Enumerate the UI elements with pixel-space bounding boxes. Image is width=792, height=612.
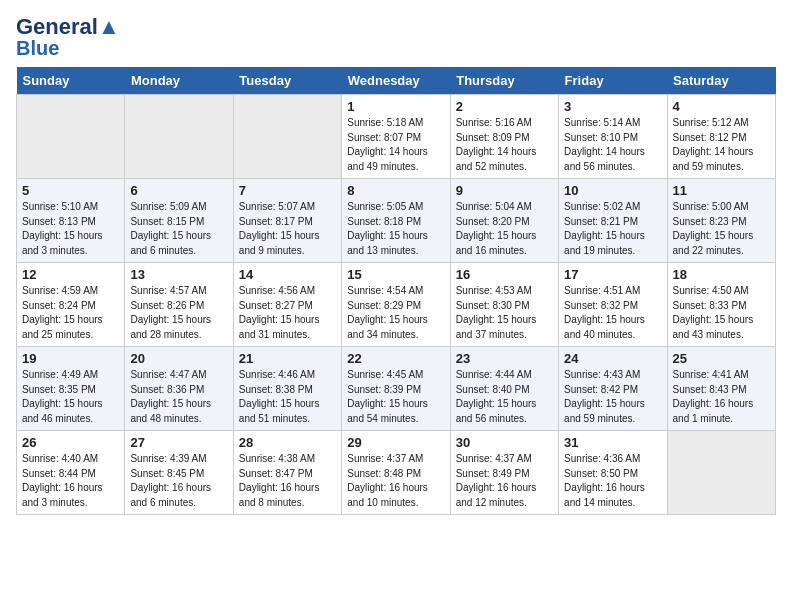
weekday-header-monday: Monday bbox=[125, 67, 233, 95]
calendar-cell: 4 Sunrise: 5:12 AMSunset: 8:12 PMDayligh… bbox=[667, 95, 775, 179]
day-number: 10 bbox=[564, 183, 661, 198]
day-info: Sunrise: 4:36 AMSunset: 8:50 PMDaylight:… bbox=[564, 452, 661, 510]
weekday-header-thursday: Thursday bbox=[450, 67, 558, 95]
day-number: 1 bbox=[347, 99, 444, 114]
day-info: Sunrise: 4:56 AMSunset: 8:27 PMDaylight:… bbox=[239, 284, 336, 342]
week-row-4: 19 Sunrise: 4:49 AMSunset: 8:35 PMDaylig… bbox=[17, 347, 776, 431]
day-info: Sunrise: 5:18 AMSunset: 8:07 PMDaylight:… bbox=[347, 116, 444, 174]
calendar-cell: 18 Sunrise: 4:50 AMSunset: 8:33 PMDaylig… bbox=[667, 263, 775, 347]
day-number: 25 bbox=[673, 351, 770, 366]
day-number: 13 bbox=[130, 267, 227, 282]
calendar-cell: 7 Sunrise: 5:07 AMSunset: 8:17 PMDayligh… bbox=[233, 179, 341, 263]
day-number: 24 bbox=[564, 351, 661, 366]
day-number: 9 bbox=[456, 183, 553, 198]
day-number: 11 bbox=[673, 183, 770, 198]
day-info: Sunrise: 4:45 AMSunset: 8:39 PMDaylight:… bbox=[347, 368, 444, 426]
day-info: Sunrise: 4:38 AMSunset: 8:47 PMDaylight:… bbox=[239, 452, 336, 510]
calendar-cell: 17 Sunrise: 4:51 AMSunset: 8:32 PMDaylig… bbox=[559, 263, 667, 347]
calendar-cell: 3 Sunrise: 5:14 AMSunset: 8:10 PMDayligh… bbox=[559, 95, 667, 179]
calendar-cell: 13 Sunrise: 4:57 AMSunset: 8:26 PMDaylig… bbox=[125, 263, 233, 347]
calendar-cell: 8 Sunrise: 5:05 AMSunset: 8:18 PMDayligh… bbox=[342, 179, 450, 263]
day-number: 20 bbox=[130, 351, 227, 366]
day-number: 29 bbox=[347, 435, 444, 450]
week-row-3: 12 Sunrise: 4:59 AMSunset: 8:24 PMDaylig… bbox=[17, 263, 776, 347]
calendar-cell: 24 Sunrise: 4:43 AMSunset: 8:42 PMDaylig… bbox=[559, 347, 667, 431]
calendar-cell: 15 Sunrise: 4:54 AMSunset: 8:29 PMDaylig… bbox=[342, 263, 450, 347]
calendar-cell: 10 Sunrise: 5:02 AMSunset: 8:21 PMDaylig… bbox=[559, 179, 667, 263]
calendar-table: SundayMondayTuesdayWednesdayThursdayFrid… bbox=[16, 67, 776, 515]
calendar-cell: 31 Sunrise: 4:36 AMSunset: 8:50 PMDaylig… bbox=[559, 431, 667, 515]
weekday-header-wednesday: Wednesday bbox=[342, 67, 450, 95]
weekday-header-sunday: Sunday bbox=[17, 67, 125, 95]
day-info: Sunrise: 5:04 AMSunset: 8:20 PMDaylight:… bbox=[456, 200, 553, 258]
day-info: Sunrise: 4:59 AMSunset: 8:24 PMDaylight:… bbox=[22, 284, 119, 342]
day-info: Sunrise: 5:14 AMSunset: 8:10 PMDaylight:… bbox=[564, 116, 661, 174]
day-info: Sunrise: 4:46 AMSunset: 8:38 PMDaylight:… bbox=[239, 368, 336, 426]
day-number: 2 bbox=[456, 99, 553, 114]
day-number: 5 bbox=[22, 183, 119, 198]
day-info: Sunrise: 4:37 AMSunset: 8:48 PMDaylight:… bbox=[347, 452, 444, 510]
calendar-cell: 29 Sunrise: 4:37 AMSunset: 8:48 PMDaylig… bbox=[342, 431, 450, 515]
day-info: Sunrise: 4:49 AMSunset: 8:35 PMDaylight:… bbox=[22, 368, 119, 426]
day-info: Sunrise: 5:05 AMSunset: 8:18 PMDaylight:… bbox=[347, 200, 444, 258]
day-info: Sunrise: 5:12 AMSunset: 8:12 PMDaylight:… bbox=[673, 116, 770, 174]
day-info: Sunrise: 4:43 AMSunset: 8:42 PMDaylight:… bbox=[564, 368, 661, 426]
day-number: 18 bbox=[673, 267, 770, 282]
day-info: Sunrise: 5:02 AMSunset: 8:21 PMDaylight:… bbox=[564, 200, 661, 258]
weekday-header-saturday: Saturday bbox=[667, 67, 775, 95]
day-info: Sunrise: 5:10 AMSunset: 8:13 PMDaylight:… bbox=[22, 200, 119, 258]
calendar-cell: 28 Sunrise: 4:38 AMSunset: 8:47 PMDaylig… bbox=[233, 431, 341, 515]
week-row-1: 1 Sunrise: 5:18 AMSunset: 8:07 PMDayligh… bbox=[17, 95, 776, 179]
day-info: Sunrise: 5:00 AMSunset: 8:23 PMDaylight:… bbox=[673, 200, 770, 258]
calendar-cell: 19 Sunrise: 4:49 AMSunset: 8:35 PMDaylig… bbox=[17, 347, 125, 431]
day-number: 31 bbox=[564, 435, 661, 450]
day-info: Sunrise: 4:40 AMSunset: 8:44 PMDaylight:… bbox=[22, 452, 119, 510]
day-number: 22 bbox=[347, 351, 444, 366]
day-number: 6 bbox=[130, 183, 227, 198]
calendar-cell: 25 Sunrise: 4:41 AMSunset: 8:43 PMDaylig… bbox=[667, 347, 775, 431]
calendar-cell: 14 Sunrise: 4:56 AMSunset: 8:27 PMDaylig… bbox=[233, 263, 341, 347]
logo-blue: Blue bbox=[16, 37, 59, 59]
day-number: 28 bbox=[239, 435, 336, 450]
day-info: Sunrise: 4:47 AMSunset: 8:36 PMDaylight:… bbox=[130, 368, 227, 426]
day-number: 7 bbox=[239, 183, 336, 198]
day-info: Sunrise: 5:07 AMSunset: 8:17 PMDaylight:… bbox=[239, 200, 336, 258]
calendar-cell: 20 Sunrise: 4:47 AMSunset: 8:36 PMDaylig… bbox=[125, 347, 233, 431]
day-info: Sunrise: 4:54 AMSunset: 8:29 PMDaylight:… bbox=[347, 284, 444, 342]
day-info: Sunrise: 5:09 AMSunset: 8:15 PMDaylight:… bbox=[130, 200, 227, 258]
day-number: 3 bbox=[564, 99, 661, 114]
calendar-cell bbox=[667, 431, 775, 515]
calendar-cell: 12 Sunrise: 4:59 AMSunset: 8:24 PMDaylig… bbox=[17, 263, 125, 347]
calendar-cell bbox=[233, 95, 341, 179]
day-number: 23 bbox=[456, 351, 553, 366]
calendar-cell: 2 Sunrise: 5:16 AMSunset: 8:09 PMDayligh… bbox=[450, 95, 558, 179]
calendar-cell: 16 Sunrise: 4:53 AMSunset: 8:30 PMDaylig… bbox=[450, 263, 558, 347]
day-info: Sunrise: 4:50 AMSunset: 8:33 PMDaylight:… bbox=[673, 284, 770, 342]
day-number: 21 bbox=[239, 351, 336, 366]
logo: General▲ Blue bbox=[16, 16, 120, 59]
day-info: Sunrise: 4:53 AMSunset: 8:30 PMDaylight:… bbox=[456, 284, 553, 342]
day-number: 4 bbox=[673, 99, 770, 114]
calendar-cell: 5 Sunrise: 5:10 AMSunset: 8:13 PMDayligh… bbox=[17, 179, 125, 263]
calendar-cell: 22 Sunrise: 4:45 AMSunset: 8:39 PMDaylig… bbox=[342, 347, 450, 431]
day-number: 8 bbox=[347, 183, 444, 198]
day-number: 16 bbox=[456, 267, 553, 282]
calendar-cell: 11 Sunrise: 5:00 AMSunset: 8:23 PMDaylig… bbox=[667, 179, 775, 263]
day-info: Sunrise: 4:41 AMSunset: 8:43 PMDaylight:… bbox=[673, 368, 770, 426]
calendar-cell: 6 Sunrise: 5:09 AMSunset: 8:15 PMDayligh… bbox=[125, 179, 233, 263]
page-header: General▲ Blue bbox=[16, 16, 776, 59]
logo-text: General▲ bbox=[16, 16, 120, 38]
day-info: Sunrise: 4:39 AMSunset: 8:45 PMDaylight:… bbox=[130, 452, 227, 510]
day-info: Sunrise: 4:44 AMSunset: 8:40 PMDaylight:… bbox=[456, 368, 553, 426]
day-number: 27 bbox=[130, 435, 227, 450]
calendar-cell: 9 Sunrise: 5:04 AMSunset: 8:20 PMDayligh… bbox=[450, 179, 558, 263]
day-number: 14 bbox=[239, 267, 336, 282]
calendar-cell: 21 Sunrise: 4:46 AMSunset: 8:38 PMDaylig… bbox=[233, 347, 341, 431]
calendar-cell: 1 Sunrise: 5:18 AMSunset: 8:07 PMDayligh… bbox=[342, 95, 450, 179]
day-info: Sunrise: 4:37 AMSunset: 8:49 PMDaylight:… bbox=[456, 452, 553, 510]
day-number: 17 bbox=[564, 267, 661, 282]
day-number: 30 bbox=[456, 435, 553, 450]
calendar-cell: 27 Sunrise: 4:39 AMSunset: 8:45 PMDaylig… bbox=[125, 431, 233, 515]
day-info: Sunrise: 5:16 AMSunset: 8:09 PMDaylight:… bbox=[456, 116, 553, 174]
day-number: 12 bbox=[22, 267, 119, 282]
